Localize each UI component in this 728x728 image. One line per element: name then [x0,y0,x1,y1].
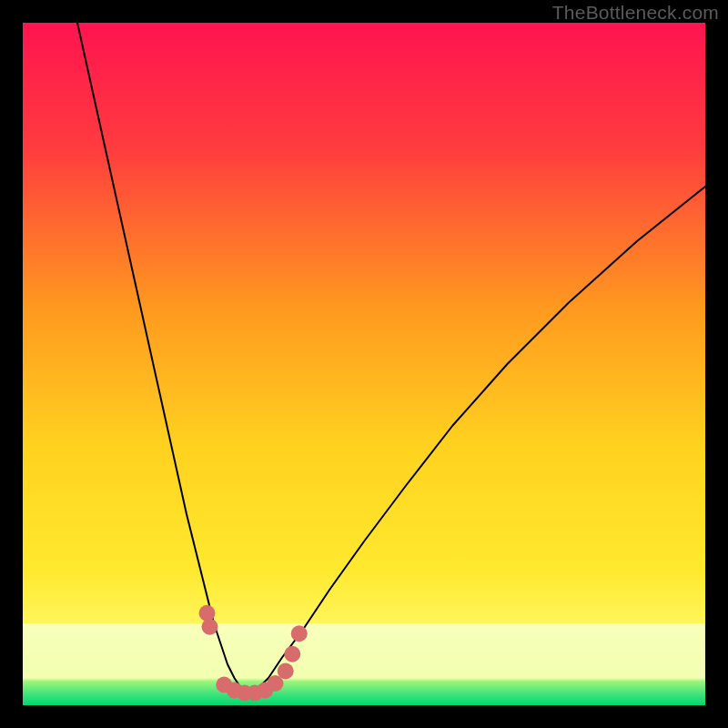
highlight-point [199,605,216,622]
highlight-point [278,663,294,680]
plot-area [23,23,705,705]
chart-frame: TheBottleneck.com [0,0,728,728]
highlight-point [284,646,300,662]
chart-svg [23,23,705,705]
highlight-point [202,619,218,635]
watermark-text: TheBottleneck.com [552,2,719,24]
gradient-background [23,23,705,705]
highlight-point [291,625,308,642]
